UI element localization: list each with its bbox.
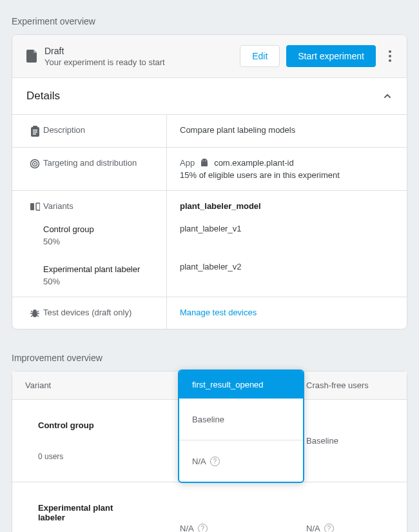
improvement-overview-title: Improvement overview [12,353,407,363]
chevron-up-icon [382,91,393,101]
help-icon[interactable]: ? [324,524,334,533]
column-variant: Variant [12,371,167,399]
experiment-subtext: Your experiment is ready to start [44,57,240,67]
metric2-cell: Baseline [293,400,407,482]
svg-line-19 [37,315,39,317]
experiment-overview-title: Experiment overview [12,16,407,26]
svg-rect-8 [201,162,208,166]
bug-icon [26,308,43,319]
app-id: com.example.plant-id [214,158,294,168]
svg-rect-4 [33,133,36,135]
highlighted-metric-cell: Baseline [179,399,303,440]
svg-point-13 [32,311,37,317]
help-icon[interactable]: ? [210,457,220,466]
highlighted-metric-cell: N/A ? [179,440,303,482]
improvement-table-wrap: Variant first_result_opened Crash-free u… [12,371,407,532]
table-row: Experimental plant labeler 0 users N/A ?… [12,482,407,532]
variants-row: Variants Control group 50% Experimental … [12,191,407,297]
android-icon [200,159,209,168]
column-metric2: Crash-free users [293,371,407,399]
test-devices-label: Test devices (draft only) [43,308,157,319]
svg-point-7 [34,163,35,164]
variant-name: Control group [43,224,140,234]
experiment-header: Draft Your experiment is ready to start … [12,35,407,78]
variant-name: Experimental plant labeler [25,493,154,532]
metric1-cell: N/A ? [167,482,293,532]
help-icon[interactable]: ? [198,524,208,533]
variants-label: Variants [43,201,157,212]
clipboard-icon [26,125,43,137]
description-row: Description Compare plant labeling model… [12,115,407,148]
manage-test-devices-link[interactable]: Manage test devices [180,308,257,317]
edit-button[interactable]: Edit [240,45,280,67]
parameter-value: plant_labeler_v1 [180,224,394,233]
split-icon [26,201,43,212]
experiment-status: Draft [44,46,240,56]
variant-users: 0 users [25,442,154,471]
highlighted-metric-column: first_result_opened Baseline N/A ? [178,369,304,483]
file-icon [24,50,41,63]
experiment-card: Draft Your experiment is ready to start … [12,34,407,330]
variant-percent: 50% [43,237,140,246]
svg-point-10 [205,160,206,161]
targeting-label: Targeting and distribution [43,158,157,168]
parameter-name: plant_labeler_model [180,201,394,211]
app-prefix: App [180,158,195,168]
more-menu-icon[interactable] [385,50,395,62]
details-title: Details [26,90,60,103]
targeting-row: Targeting and distribution App com.examp… [12,148,407,191]
svg-line-17 [37,311,39,312]
parameter-value: plant_labeler_v2 [180,262,394,271]
metric2-cell: N/A ? [293,482,407,532]
details-section-header[interactable]: Details [12,78,407,115]
highlighted-metric-header[interactable]: first_result_opened [179,371,303,399]
svg-line-18 [31,315,33,317]
svg-rect-11 [30,203,34,210]
variant-percent: 50% [43,277,140,286]
svg-rect-3 [33,132,37,133]
distribution-text: 15% of eligible users are in this experi… [180,170,394,180]
start-experiment-button[interactable]: Start experiment [286,45,376,67]
svg-rect-2 [33,130,37,131]
description-value: Compare plant labeling models [167,115,407,147]
description-label: Description [43,125,157,137]
app-line: App com.example.plant-id [180,158,394,168]
svg-rect-1 [33,126,37,128]
experiment-header-text: Draft Your experiment is ready to start [44,46,240,67]
svg-line-16 [31,311,33,312]
target-icon [26,158,43,169]
svg-point-9 [202,160,203,161]
variant-name: Control group [25,410,154,440]
svg-rect-12 [36,203,40,210]
test-devices-row: Test devices (draft only) Manage test de… [12,297,407,329]
variant-name: Experimental plant labeler [43,264,140,274]
